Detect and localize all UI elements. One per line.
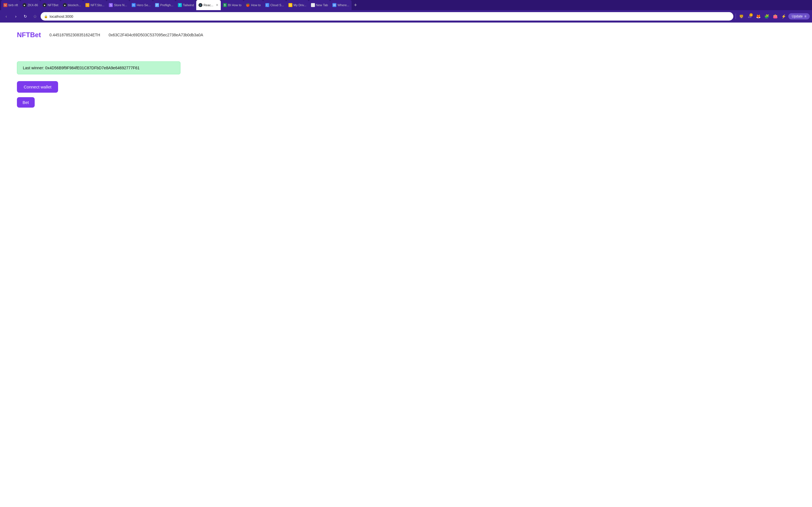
tab-preflight[interactable]: P Prefligh... [153, 0, 175, 10]
connect-wallet-button[interactable]: Connect wallet [17, 81, 58, 93]
tab-hero[interactable]: H Hero Se... [130, 0, 153, 10]
tab-favicon-zkx: ● [22, 3, 27, 7]
address-bar[interactable]: 🔒 localhost:3000 [41, 12, 733, 20]
tab-favicon-cloud: C [265, 3, 269, 7]
tab-label-howto: How to [251, 3, 260, 7]
tab-bar: M birb nft ● ZKX-86 ● NFTBet ● blockch..… [0, 0, 812, 10]
bet-button[interactable]: Bet [17, 97, 35, 108]
tab-favicon-blockchain: ● [63, 3, 67, 7]
tab-favicon-preflight: P [155, 3, 159, 7]
update-label: Update [792, 14, 803, 18]
extension-icon-puzzle[interactable]: 🧩 [763, 13, 770, 20]
alert-icon[interactable]: ⚠ 1 [746, 13, 753, 20]
tab-label-hero: Hero Se... [137, 3, 151, 7]
browser-chrome: M birb nft ● ZKX-86 ● NFTBet ● blockch..… [0, 0, 812, 22]
toolbar-separator [735, 13, 736, 19]
tab-label-react: Reac... [204, 3, 213, 7]
tab-label-newtab: New Tab [316, 3, 328, 7]
tab-birb[interactable]: M birb nft [1, 0, 20, 10]
tab-label-bi-howto: BI How to [228, 3, 242, 7]
tab-label-nftbet: NFTBet [48, 3, 58, 7]
back-icon: ‹ [6, 14, 7, 18]
tab-label-blockchain: blockch... [68, 3, 81, 7]
refresh-button[interactable]: ↻ [21, 12, 29, 20]
tab-where[interactable]: W Where... [330, 0, 352, 10]
tab-bi-howto[interactable]: B BI How to [221, 0, 244, 10]
tab-label-zkx: ZKX-86 [28, 3, 38, 7]
wallet-icon[interactable]: 👛 [771, 13, 779, 20]
tab-label-preflight: Prefligh... [160, 3, 173, 7]
app-title: NFTBet [17, 31, 41, 39]
tab-tailwind[interactable]: T Tailwind [175, 0, 196, 10]
forward-icon: › [15, 14, 17, 18]
tab-blockchain[interactable]: ● blockch... [61, 0, 83, 10]
last-winner-box: Last winner: 0x4D56B9f9F984fE01C87DFbD7e… [17, 61, 181, 74]
back-button[interactable]: ‹ [2, 12, 10, 20]
extension-icon-vpn[interactable]: ⚡ [780, 13, 787, 20]
tab-drive[interactable]: D My Driv... [286, 0, 309, 10]
eth-balance: 0.44518785230835162​4ETH [49, 33, 100, 37]
tab-howto[interactable]: 🍎 How to [244, 0, 263, 10]
extension-icon-fox[interactable]: 🦊 [755, 13, 762, 20]
wallet-address: 0x63C2F404c69D503C537095ec2738eA73b0db3a… [109, 33, 203, 37]
tab-react[interactable]: ⚛ Reac... ✕ [196, 0, 221, 10]
new-tab-button[interactable]: + [352, 1, 359, 9]
shield-icon[interactable]: 🦁 [738, 13, 745, 20]
alert-badge: 1 [749, 13, 753, 17]
bookmark-icon: ☆ [33, 14, 37, 19]
tab-nftbet[interactable]: ● NFTBet [40, 0, 61, 10]
url-text: localhost:3000 [50, 14, 730, 18]
tab-zkx[interactable]: ● ZKX-86 [20, 0, 40, 10]
tab-label-cloud: Cloud S... [270, 3, 284, 7]
tab-close-react[interactable]: ✕ [216, 3, 218, 7]
tab-favicon-newtab [311, 3, 315, 7]
menu-icon: ≡ [804, 14, 806, 18]
tab-favicon-birb: M [3, 3, 7, 7]
last-winner-text: Last winner: 0x4D56B9f9F984fE01C87DFbD7e… [23, 66, 140, 70]
tab-newtab[interactable]: New Tab [309, 0, 331, 10]
update-button[interactable]: Update ≡ [788, 13, 810, 19]
tab-favicon-nft-store: N [86, 3, 89, 7]
lock-icon: 🔒 [44, 15, 48, 18]
tab-favicon-hero: H [132, 3, 136, 7]
page-header: NFTBet 0.44518785230835162​4ETH 0x63C2F4… [17, 31, 795, 39]
tab-favicon-tailwind: T [178, 3, 182, 7]
tab-cloud[interactable]: C Cloud S... [263, 0, 286, 10]
tab-favicon-store: S [109, 3, 113, 7]
tab-label-tailwind: Tailwind [183, 3, 194, 7]
tab-label-store: Store N... [114, 3, 127, 7]
tab-label-birb: birb nft [8, 3, 18, 7]
refresh-icon: ↻ [24, 14, 27, 18]
tab-favicon-howto: 🍎 [246, 3, 250, 7]
toolbar-actions: 🦁 ⚠ 1 🦊 🧩 👛 ⚡ Update ≡ [735, 13, 810, 20]
tab-favicon-react: ⚛ [199, 3, 202, 7]
tab-label-nft-store: NFT.Sto... [91, 3, 104, 7]
toolbar: ‹ › ↻ ☆ 🔒 localhost:3000 🦁 ⚠ 1 🦊 🧩 👛 ⚡ [0, 10, 812, 22]
tab-store[interactable]: S Store N... [107, 0, 129, 10]
tab-favicon-drive: D [289, 3, 292, 7]
forward-button[interactable]: › [12, 12, 20, 20]
page-content: NFTBet 0.44518785230835162​4ETH 0x63C2F4… [0, 22, 812, 507]
tab-favicon-nftbet: ● [43, 3, 47, 7]
tab-favicon-where: W [333, 3, 336, 7]
tab-favicon-bi: B [223, 3, 227, 7]
bookmark-button[interactable]: ☆ [31, 12, 39, 20]
tab-label-where: Where... [338, 3, 349, 7]
tab-label-drive: My Driv... [294, 3, 306, 7]
tab-nft-store[interactable]: N NFT.Sto... [83, 0, 107, 10]
